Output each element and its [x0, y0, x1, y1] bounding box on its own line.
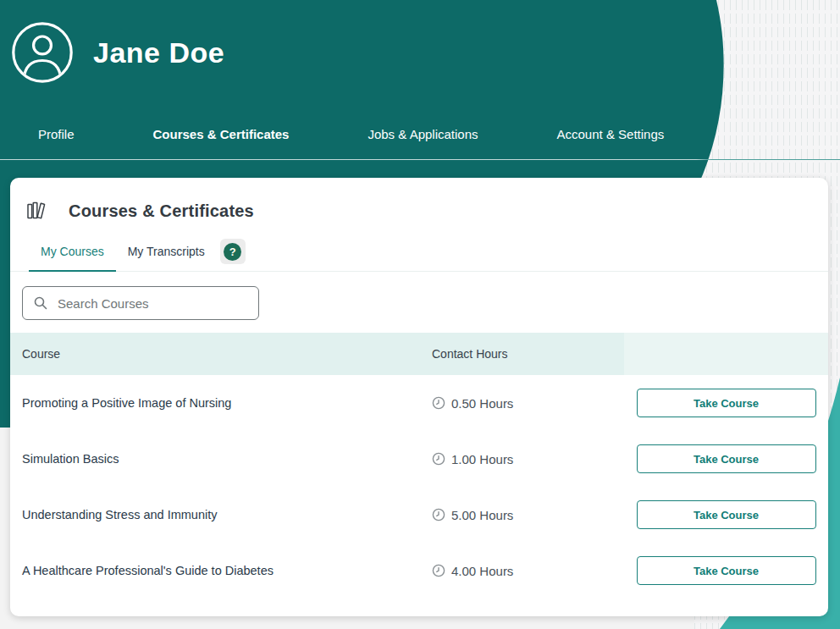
contact-hours-value: 5.00 Hours [451, 508, 513, 522]
contact-hours-value: 4.00 Hours [451, 564, 513, 578]
contact-hours: 0.50 Hours [420, 396, 624, 411]
top-nav: Profile Courses & Certificates Jobs & Ap… [38, 127, 664, 141]
table-row: Simulation Basics 1.00 Hours Take Course [10, 431, 828, 487]
take-course-button[interactable]: Take Course [637, 389, 816, 417]
question-mark-icon: ? [224, 243, 241, 261]
person-icon [10, 20, 75, 85]
tab-my-transcripts[interactable]: My Transcripts [116, 232, 217, 271]
contact-hours: 4.00 Hours [420, 564, 624, 578]
table-row: A Healthcare Professional's Guide to Dia… [10, 543, 828, 599]
nav-profile[interactable]: Profile [38, 127, 75, 141]
tab-my-courses[interactable]: My Courses [29, 232, 116, 271]
contact-hours-value: 1.00 Hours [451, 452, 513, 466]
take-course-button[interactable]: Take Course [637, 556, 816, 585]
course-title: Simulation Basics [10, 452, 420, 466]
contact-hours: 5.00 Hours [420, 508, 624, 522]
help-button[interactable]: ? [220, 239, 246, 264]
panel-header: Courses & Certificates [10, 178, 828, 222]
column-header-contact-hours: Contact Hours [420, 333, 624, 375]
table-header: Course Contact Hours [10, 333, 828, 375]
table-row: Promoting a Positive Image of Nursing 0.… [10, 375, 828, 431]
page: Jane Doe Profile Courses & Certificates … [0, 0, 840, 629]
clock-icon [432, 452, 445, 466]
nav-courses-certificates[interactable]: Courses & Certificates [153, 127, 290, 141]
clock-icon [432, 396, 445, 410]
take-course-button[interactable]: Take Course [637, 500, 816, 529]
contact-hours-value: 0.50 Hours [451, 396, 513, 411]
tabs: My Courses My Transcripts ? [10, 232, 828, 272]
clock-icon [432, 508, 445, 521]
search-box[interactable] [22, 286, 259, 320]
nav-account-settings[interactable]: Account & Settings [557, 127, 665, 141]
books-icon [25, 200, 47, 222]
contact-hours: 1.00 Hours [420, 452, 624, 466]
nav-jobs-applications[interactable]: Jobs & Applications [368, 127, 478, 141]
course-title: Promoting a Positive Image of Nursing [10, 396, 420, 410]
courses-panel: Courses & Certificates My Courses My Tra… [10, 178, 828, 616]
profile-header: Jane Doe [10, 20, 224, 85]
panel-title: Courses & Certificates [69, 201, 254, 221]
take-course-button[interactable]: Take Course [637, 444, 816, 473]
table-row: Understanding Stress and Immunity 5.00 H… [10, 487, 828, 543]
column-header-course: Course [10, 333, 420, 375]
column-header-actions [624, 333, 828, 375]
search-icon [34, 296, 47, 310]
course-title: A Healthcare Professional's Guide to Dia… [10, 564, 420, 577]
clock-icon [432, 564, 445, 577]
search-section [10, 272, 828, 333]
user-name: Jane Doe [93, 36, 224, 69]
search-input[interactable] [56, 295, 258, 312]
course-title: Understanding Stress and Immunity [10, 508, 420, 521]
